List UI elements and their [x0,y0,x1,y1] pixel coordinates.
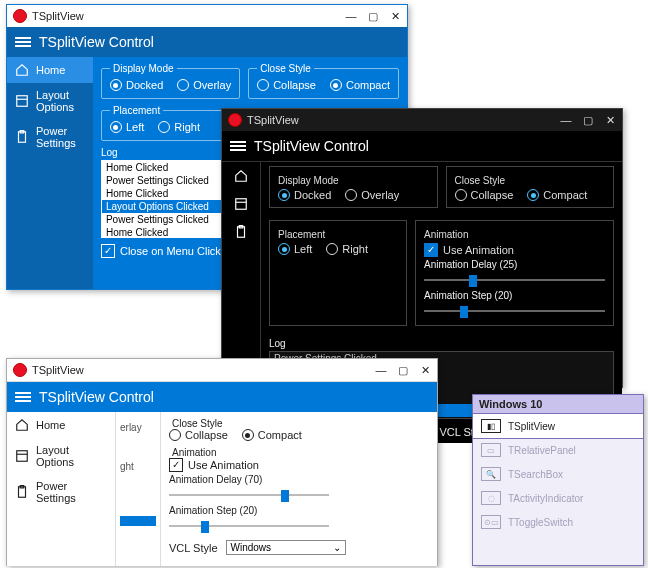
radio-compact[interactable]: Compact [330,79,390,91]
radio-overlay[interactable]: Overlay [177,79,231,91]
title-text: TSplitView [247,114,299,126]
maximize-button[interactable]: ▢ [367,10,379,23]
sidebar-item-home[interactable] [222,162,260,190]
component-icon: ⊙▭ [481,515,501,529]
app-icon [13,363,27,377]
home-icon [234,169,248,183]
clipboard-icon [15,130,29,144]
maximize-button[interactable]: ▢ [397,364,409,377]
sidebar-label: Home [36,64,65,76]
radio-collapse[interactable]: Collapse [257,79,316,91]
titlebar[interactable]: Windows 10 [473,395,643,414]
sidebar-item-power[interactable]: Power Settings [7,474,115,510]
palette-item-searchbox[interactable]: 🔍 TSearchBox [473,462,643,486]
group-close-style: Close Style Collapse Compact [169,418,429,441]
window-palette: Windows 10 ▮▯ TSplitView ▭ TRelativePane… [472,394,644,566]
minimize-button[interactable]: — [375,364,387,377]
checkbox-use-animation[interactable]: ✓ Use Animation [424,243,605,257]
close-button[interactable]: ✕ [389,10,401,23]
home-icon [15,418,29,432]
legend: Display Mode [110,63,177,74]
group-placement: Placement Left Right [269,220,407,326]
svg-rect-4 [236,199,247,210]
sidebar: Home Layout Options Power Settings [7,57,93,289]
delay-label: Animation Delay (70) [169,474,429,485]
window-dark: TSplitView — ▢ ✕ TSplitView Control Disp… [221,108,623,388]
app-icon [13,9,27,23]
titlebar[interactable]: TSplitView — ▢ ✕ [7,5,407,27]
sidebar-item-power[interactable] [222,218,260,246]
app-header: TSplitView Control [7,27,407,57]
radio-collapse[interactable]: Collapse [455,189,514,201]
title-text: TSplitView [32,364,84,376]
close-button[interactable]: ✕ [419,364,431,377]
radio-overlay[interactable]: Overlay [345,189,399,201]
radio-compact[interactable]: Compact [242,429,302,441]
radio-left[interactable]: Left [278,243,312,255]
delay-label: Animation Delay (25) [424,259,605,270]
layout-icon [15,94,29,108]
checkbox-icon: ✓ [424,243,438,257]
sidebar-item-layout[interactable]: Layout Options [7,438,115,474]
checkbox-use-animation[interactable]: ✓ Use Animation [169,458,429,472]
title-text: TSplitView [32,10,84,22]
title-text: Windows 10 [479,398,542,410]
header-title: TSplitView Control [254,138,369,154]
sidebar-item-layout[interactable]: Layout Options [7,83,93,119]
sidebar-label: Power Settings [36,125,85,149]
content-area: Close Style Collapse Compact Animation ✓… [161,412,437,566]
sidebar-item-power[interactable]: Power Settings [7,119,93,155]
checkbox-icon: ✓ [101,244,115,258]
radio-left[interactable]: Left [110,121,144,133]
group-animation: Animation ✓ Use Animation Animation Dela… [415,220,614,326]
maximize-button[interactable]: ▢ [582,114,594,127]
sidebar-item-home[interactable]: Home [7,412,115,438]
palette-item-toggleswitch[interactable]: ⊙▭ TToggleSwitch [473,510,643,534]
slider-delay[interactable] [424,272,605,288]
app-header: TSplitView Control [7,382,437,412]
radio-docked[interactable]: Docked [278,189,331,201]
radio-right[interactable]: Right [158,121,200,133]
chevron-down-icon: ⌄ [333,542,341,553]
layout-icon [15,449,29,463]
layout-icon [234,197,248,211]
group-animation: Animation ✓ Use Animation Animation Dela… [169,447,429,534]
vcl-style-dropdown[interactable]: Windows ⌄ [226,540,346,555]
radio-compact[interactable]: Compact [527,189,587,201]
close-button[interactable]: ✕ [604,114,616,127]
sidebar-label: Layout Options [36,89,85,113]
vcl-label: VCL Style [169,542,218,554]
radio-docked[interactable]: Docked [110,79,163,91]
hamburger-icon[interactable] [15,35,31,49]
hamburger-icon[interactable] [15,390,31,404]
checkbox-close-on-menu-click[interactable]: ✓ Close on Menu Click [101,244,221,258]
minimize-button[interactable]: — [345,10,357,23]
palette-item-splitview[interactable]: ▮▯ TSplitView [472,413,644,439]
clipboard-icon [234,225,248,239]
palette-item-activityindicator[interactable]: ◌ TActivityIndicator [473,486,643,510]
minimize-button[interactable]: — [560,114,572,127]
log-label: Log [269,338,614,349]
radio-right[interactable]: Right [326,243,368,255]
titlebar[interactable]: TSplitView — ▢ ✕ [7,359,437,382]
component-icon: ◌ [481,491,501,505]
window-light: TSplitView — ▢ ✕ TSplitView Control Home… [6,358,438,566]
slider-step[interactable] [169,518,329,534]
component-icon: ▮▯ [481,419,501,433]
titlebar[interactable]: TSplitView — ▢ ✕ [222,109,622,131]
step-label: Animation Step (20) [169,505,429,516]
group-close-style: Close Style Collapse Compact [446,166,615,208]
sidebar-item-home[interactable]: Home [7,57,93,83]
app-icon [228,113,242,127]
radio-collapse[interactable]: Collapse [169,429,228,441]
palette-item-relativepanel[interactable]: ▭ TRelativePanel [473,438,643,462]
hamburger-icon[interactable] [230,139,246,153]
slider-step[interactable] [424,303,605,319]
slider-delay[interactable] [169,487,329,503]
checkbox-icon: ✓ [169,458,183,472]
header-title: TSplitView Control [39,389,154,405]
svg-rect-8 [17,451,28,462]
step-label: Animation Step (20) [424,290,605,301]
legend: Close Style [257,63,314,74]
sidebar-item-layout[interactable] [222,190,260,218]
